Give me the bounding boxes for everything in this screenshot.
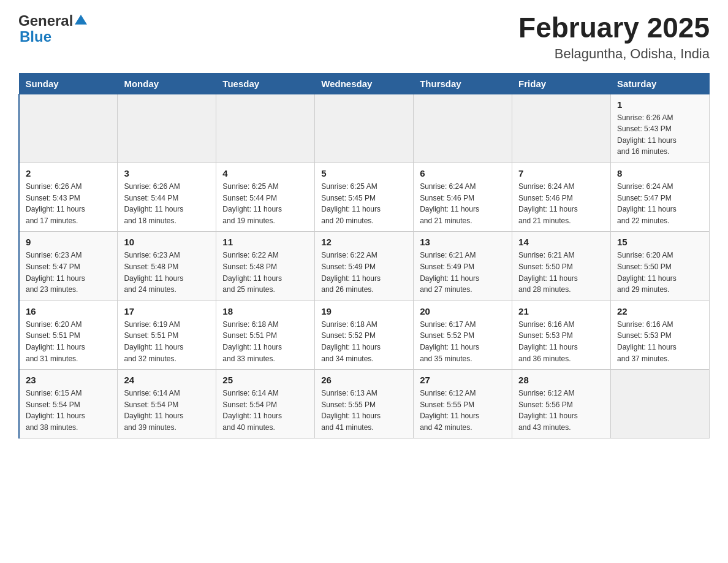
page-subtitle: Belaguntha, Odisha, India: [518, 46, 710, 62]
logo: General Blue: [18, 12, 87, 45]
day-number: 4: [222, 168, 308, 178]
day-number: 8: [617, 168, 703, 178]
calendar-cell: 5Sunrise: 6:25 AM Sunset: 5:45 PM Daylig…: [315, 163, 414, 231]
calendar-cell: 20Sunrise: 6:17 AM Sunset: 5:52 PM Dayli…: [414, 301, 512, 369]
header-row: SundayMondayTuesdayWednesdayThursdayFrid…: [19, 73, 710, 94]
calendar-cell: [19, 94, 118, 163]
calendar-cell: 2Sunrise: 6:26 AM Sunset: 5:43 PM Daylig…: [19, 163, 118, 231]
calendar-week-row: 2Sunrise: 6:26 AM Sunset: 5:43 PM Daylig…: [19, 163, 710, 231]
day-number: 23: [26, 375, 111, 385]
calendar-cell: 14Sunrise: 6:21 AM Sunset: 5:50 PM Dayli…: [512, 232, 611, 301]
calendar-cell: 7Sunrise: 6:24 AM Sunset: 5:46 PM Daylig…: [512, 163, 611, 231]
calendar-cell: 13Sunrise: 6:21 AM Sunset: 5:49 PM Dayli…: [414, 232, 512, 301]
day-number: 2: [26, 168, 111, 178]
day-number: 15: [617, 237, 703, 247]
calendar-cell: 27Sunrise: 6:12 AM Sunset: 5:55 PM Dayli…: [414, 370, 512, 439]
day-info: Sunrise: 6:14 AM Sunset: 5:54 PM Dayligh…: [222, 388, 308, 433]
day-info: Sunrise: 6:22 AM Sunset: 5:49 PM Dayligh…: [321, 250, 407, 295]
header-wednesday: Wednesday: [315, 73, 414, 94]
day-info: Sunrise: 6:23 AM Sunset: 5:48 PM Dayligh…: [124, 250, 210, 295]
calendar-week-row: 1Sunrise: 6:26 AM Sunset: 5:43 PM Daylig…: [19, 94, 710, 163]
calendar-table: SundayMondayTuesdayWednesdayThursdayFrid…: [18, 73, 710, 439]
calendar-cell: [315, 94, 414, 163]
day-info: Sunrise: 6:12 AM Sunset: 5:55 PM Dayligh…: [420, 388, 506, 433]
header-friday: Friday: [512, 73, 611, 94]
day-info: Sunrise: 6:25 AM Sunset: 5:44 PM Dayligh…: [222, 181, 308, 226]
day-info: Sunrise: 6:21 AM Sunset: 5:50 PM Dayligh…: [518, 250, 604, 295]
calendar-cell: [118, 94, 216, 163]
day-number: 20: [420, 306, 506, 316]
day-number: 1: [617, 99, 703, 110]
day-info: Sunrise: 6:22 AM Sunset: 5:48 PM Dayligh…: [222, 250, 308, 295]
calendar-cell: 19Sunrise: 6:18 AM Sunset: 5:52 PM Dayli…: [315, 301, 414, 369]
calendar-week-row: 23Sunrise: 6:15 AM Sunset: 5:54 PM Dayli…: [19, 370, 710, 439]
day-number: 12: [321, 237, 407, 247]
day-number: 18: [222, 306, 308, 316]
day-info: Sunrise: 6:19 AM Sunset: 5:51 PM Dayligh…: [124, 319, 210, 364]
day-info: Sunrise: 6:26 AM Sunset: 5:43 PM Dayligh…: [617, 112, 703, 158]
day-number: 3: [124, 168, 210, 178]
day-number: 26: [321, 375, 407, 385]
day-info: Sunrise: 6:20 AM Sunset: 5:51 PM Dayligh…: [26, 319, 111, 364]
day-info: Sunrise: 6:26 AM Sunset: 5:43 PM Dayligh…: [26, 181, 111, 226]
calendar-cell: 22Sunrise: 6:16 AM Sunset: 5:53 PM Dayli…: [611, 301, 710, 369]
calendar-cell: [611, 370, 710, 439]
calendar-cell: 26Sunrise: 6:13 AM Sunset: 5:55 PM Dayli…: [315, 370, 414, 439]
calendar-cell: 11Sunrise: 6:22 AM Sunset: 5:48 PM Dayli…: [216, 232, 315, 301]
header-sunday: Sunday: [19, 73, 118, 94]
day-number: 17: [124, 306, 210, 316]
calendar-header: SundayMondayTuesdayWednesdayThursdayFrid…: [19, 73, 710, 94]
day-info: Sunrise: 6:16 AM Sunset: 5:53 PM Dayligh…: [617, 319, 703, 364]
day-number: 22: [617, 306, 703, 316]
calendar-cell: 10Sunrise: 6:23 AM Sunset: 5:48 PM Dayli…: [118, 232, 216, 301]
calendar-cell: 25Sunrise: 6:14 AM Sunset: 5:54 PM Dayli…: [216, 370, 315, 439]
day-info: Sunrise: 6:17 AM Sunset: 5:52 PM Dayligh…: [420, 319, 506, 364]
calendar-cell: 15Sunrise: 6:20 AM Sunset: 5:50 PM Dayli…: [611, 232, 710, 301]
page-title: February 2025: [518, 12, 710, 44]
calendar-cell: 6Sunrise: 6:24 AM Sunset: 5:46 PM Daylig…: [414, 163, 512, 231]
calendar-week-row: 16Sunrise: 6:20 AM Sunset: 5:51 PM Dayli…: [19, 301, 710, 369]
logo-triangle-icon: [75, 15, 87, 27]
day-number: 28: [518, 375, 604, 385]
header-saturday: Saturday: [611, 73, 710, 94]
page-header: General Blue February 2025 Belaguntha, O…: [18, 12, 710, 62]
day-number: 13: [420, 237, 506, 247]
day-number: 24: [124, 375, 210, 385]
calendar-cell: 1Sunrise: 6:26 AM Sunset: 5:43 PM Daylig…: [611, 94, 710, 163]
day-number: 21: [518, 306, 604, 316]
day-info: Sunrise: 6:16 AM Sunset: 5:53 PM Dayligh…: [518, 319, 604, 364]
title-area: February 2025 Belaguntha, Odisha, India: [518, 12, 710, 62]
calendar-cell: 4Sunrise: 6:25 AM Sunset: 5:44 PM Daylig…: [216, 163, 315, 231]
calendar-cell: 12Sunrise: 6:22 AM Sunset: 5:49 PM Dayli…: [315, 232, 414, 301]
calendar-cell: [414, 94, 512, 163]
calendar-cell: 18Sunrise: 6:18 AM Sunset: 5:51 PM Dayli…: [216, 301, 315, 369]
day-number: 14: [518, 237, 604, 247]
day-number: 16: [26, 306, 111, 316]
day-number: 5: [321, 168, 407, 178]
day-number: 19: [321, 306, 407, 316]
day-info: Sunrise: 6:24 AM Sunset: 5:47 PM Dayligh…: [617, 181, 703, 226]
day-number: 6: [420, 168, 506, 178]
logo-general-text: General: [18, 12, 73, 29]
calendar-cell: 8Sunrise: 6:24 AM Sunset: 5:47 PM Daylig…: [611, 163, 710, 231]
calendar-cell: 9Sunrise: 6:23 AM Sunset: 5:47 PM Daylig…: [19, 232, 118, 301]
day-info: Sunrise: 6:20 AM Sunset: 5:50 PM Dayligh…: [617, 250, 703, 295]
day-info: Sunrise: 6:15 AM Sunset: 5:54 PM Dayligh…: [26, 388, 111, 433]
day-info: Sunrise: 6:25 AM Sunset: 5:45 PM Dayligh…: [321, 181, 407, 226]
header-monday: Monday: [118, 73, 216, 94]
calendar-cell: 23Sunrise: 6:15 AM Sunset: 5:54 PM Dayli…: [19, 370, 118, 439]
day-info: Sunrise: 6:26 AM Sunset: 5:44 PM Dayligh…: [124, 181, 210, 226]
day-info: Sunrise: 6:14 AM Sunset: 5:54 PM Dayligh…: [124, 388, 210, 433]
calendar-cell: 21Sunrise: 6:16 AM Sunset: 5:53 PM Dayli…: [512, 301, 611, 369]
day-info: Sunrise: 6:21 AM Sunset: 5:49 PM Dayligh…: [420, 250, 506, 295]
day-info: Sunrise: 6:13 AM Sunset: 5:55 PM Dayligh…: [321, 388, 407, 433]
day-number: 27: [420, 375, 506, 385]
day-number: 7: [518, 168, 604, 178]
header-tuesday: Tuesday: [216, 73, 315, 94]
svg-marker-0: [75, 15, 87, 25]
day-info: Sunrise: 6:24 AM Sunset: 5:46 PM Dayligh…: [518, 181, 604, 226]
calendar-cell: [216, 94, 315, 163]
day-info: Sunrise: 6:23 AM Sunset: 5:47 PM Dayligh…: [26, 250, 111, 295]
day-info: Sunrise: 6:18 AM Sunset: 5:51 PM Dayligh…: [222, 319, 308, 364]
calendar-cell: [512, 94, 611, 163]
